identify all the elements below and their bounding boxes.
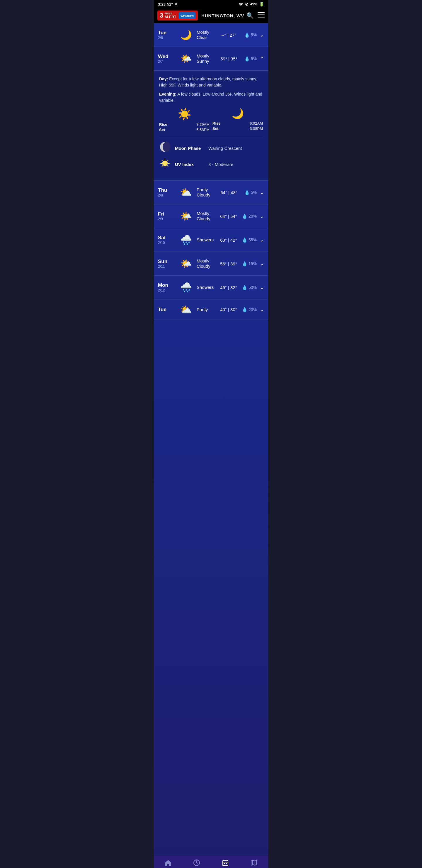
day-name-sun: Sun bbox=[158, 259, 175, 265]
detail-evening-desc: Evening: A few clouds. Low around 35F. W… bbox=[159, 91, 263, 103]
moon-rise-set: Rise 6:02AM Set 3:08PM bbox=[213, 121, 263, 132]
sun-rise-row: Rise 7:29AM bbox=[159, 122, 209, 127]
day-name-tue: Tue bbox=[158, 30, 175, 36]
sun-rise-time: 7:29AM bbox=[196, 122, 209, 127]
day-date-wed: 2/7 bbox=[158, 60, 175, 64]
day-precip-fri: 💧 20% bbox=[242, 214, 257, 219]
day-temps-fri: 64° | 54° bbox=[216, 214, 242, 219]
svg-point-4 bbox=[163, 142, 170, 152]
chevron-sat[interactable]: ⌄ bbox=[260, 237, 264, 243]
logo-alert: ALERT bbox=[164, 15, 176, 19]
day-condition-fri: Mostly Cloudy bbox=[197, 211, 216, 221]
sun-icon: ☀️ bbox=[177, 107, 191, 121]
nav-item-daily[interactable]: Daily bbox=[211, 859, 240, 868]
day-row-sat[interactable]: Sat 2/10 🌧️ Showers 63° | 42° 💧 55% ⌄ bbox=[154, 228, 268, 252]
day-temps-wed: 59° | 35° bbox=[216, 56, 242, 61]
moon-rise-time: 6:02AM bbox=[250, 121, 263, 125]
chevron-tue2[interactable]: ⌄ bbox=[260, 306, 264, 313]
sun-col: ☀️ Rise 7:29AM Set 5:58PM bbox=[159, 107, 209, 133]
search-icon[interactable]: 🔍 bbox=[247, 12, 254, 19]
precip-dot-tue: 💧 bbox=[244, 32, 250, 38]
day-icon-thu: ⛅ bbox=[178, 185, 194, 200]
divider-line bbox=[159, 137, 263, 137]
day-row-fri[interactable]: Fri 2/9 🌤️ Mostly Cloudy 64° | 54° 💧 20%… bbox=[154, 205, 268, 228]
day-icon-sat: 🌧️ bbox=[178, 232, 194, 248]
day-date-fri: 2/9 bbox=[158, 217, 175, 221]
svg-point-5 bbox=[162, 161, 168, 166]
svg-line-12 bbox=[167, 160, 168, 161]
nav-item-home[interactable]: Home bbox=[154, 860, 183, 868]
day-precip-mon: 💧 50% bbox=[242, 285, 257, 290]
day-condition-thu: Partly Cloudy bbox=[197, 187, 216, 198]
logo-weather-box: WEATHER bbox=[179, 12, 195, 19]
status-bar: 3:23 52° ✕ ⊘ 49% 🔋 bbox=[154, 0, 268, 8]
sun-set-time: 5:58PM bbox=[196, 128, 209, 132]
svg-rect-1 bbox=[258, 15, 265, 16]
moon-phase-row: Moon Phase Waning Crescent bbox=[159, 141, 263, 155]
chevron-mon[interactable]: ⌄ bbox=[260, 284, 264, 290]
day-temps-thu: 64° | 48° bbox=[216, 190, 242, 195]
day-row-thu[interactable]: Thu 2/8 ⛅ Partly Cloudy 64° | 48° 💧 5% ⌄ bbox=[154, 181, 268, 205]
weather-content: Tue 2/6 🌙 Mostly Clear --° | 27° 💧 5% ⌄ … bbox=[154, 23, 268, 856]
header-menu[interactable] bbox=[258, 12, 265, 19]
status-left: 3:23 52° ✕ bbox=[158, 2, 177, 6]
day-row-tue[interactable]: Tue 2/6 🌙 Mostly Clear --° | 27° 💧 5% ⌄ bbox=[154, 23, 268, 47]
chevron-wed[interactable]: ⌃ bbox=[260, 55, 264, 62]
uv-row: UV Index 3 - Moderate bbox=[159, 158, 263, 170]
day-precip-wed: 💧 5% bbox=[242, 56, 257, 62]
sun-set-row: Set 5:58PM bbox=[159, 128, 209, 132]
battery-label: 49% bbox=[250, 2, 257, 6]
chevron-sun[interactable]: ⌄ bbox=[260, 260, 264, 267]
detail-panel-wed: Day: Except for a few afternoon clouds, … bbox=[154, 71, 268, 181]
day-precip-thu: 💧 5% bbox=[242, 190, 257, 195]
detail-day-desc: Day: Except for a few afternoon clouds, … bbox=[159, 76, 263, 88]
day-temps-sat: 63° | 42° bbox=[216, 238, 242, 243]
svg-marker-18 bbox=[251, 860, 256, 865]
day-name-fri: Fri bbox=[158, 211, 175, 217]
day-info-tue2: Tue bbox=[158, 307, 175, 313]
day-date-sun: 2/11 bbox=[158, 265, 175, 269]
day-row-wed[interactable]: Wed 2/7 🌤️ Mostly Sunny 59° | 35° 💧 5% ⌃ bbox=[154, 47, 268, 71]
uv-sun-icon bbox=[159, 158, 171, 170]
moon-rise-label: Rise bbox=[213, 121, 220, 125]
day-row-mon[interactable]: Mon 2/12 🌧️ Showers 49° | 32° 💧 50% ⌄ bbox=[154, 276, 268, 300]
chevron-thu[interactable]: ⌄ bbox=[260, 189, 264, 195]
signal-icon: ⊘ bbox=[245, 2, 249, 6]
nav-item-map[interactable]: Map bbox=[240, 859, 268, 868]
day-row-tue2[interactable]: Tue ⛅ Partly 40° | 30° 💧 20% ⌄ bbox=[154, 300, 268, 320]
uv-label: UV Index bbox=[175, 162, 204, 167]
day-icon-fri: 🌤️ bbox=[178, 209, 194, 224]
day-name-tue2: Tue bbox=[158, 307, 175, 313]
svg-rect-15 bbox=[223, 860, 228, 866]
day-icon-sun: 🌤️ bbox=[178, 256, 194, 271]
app-logo: 3 FIRST ALERT WEATHER bbox=[157, 10, 198, 21]
moon-phase-value: Waning Crescent bbox=[208, 146, 242, 151]
day-date-thu: 2/8 bbox=[158, 193, 175, 197]
day-row-sun[interactable]: Sun 2/11 🌤️ Mostly Cloudy 56° | 39° 💧 15… bbox=[154, 252, 268, 276]
chevron-tue[interactable]: ⌄ bbox=[260, 32, 264, 38]
svg-rect-0 bbox=[258, 12, 265, 13]
day-icon-tue: 🌙 bbox=[178, 27, 194, 42]
day-info-wed: Wed 2/7 bbox=[158, 54, 175, 64]
day-info-sun: Sun 2/11 bbox=[158, 259, 175, 269]
menu-icon[interactable] bbox=[258, 12, 265, 19]
day-name-thu: Thu bbox=[158, 187, 175, 193]
moon-rise-row: Rise 6:02AM bbox=[213, 121, 263, 125]
status-temp: 52° bbox=[167, 2, 173, 6]
chevron-fri[interactable]: ⌄ bbox=[260, 213, 264, 219]
day-precip-tue2: 💧 20% bbox=[242, 307, 257, 312]
daily-icon bbox=[222, 859, 229, 868]
day-condition-tue2: Partly bbox=[197, 307, 216, 312]
nav-item-hourly[interactable]: Hourly bbox=[183, 859, 211, 868]
day-precip-tue: 💧 5% bbox=[242, 32, 257, 38]
day-icon-wed: 🌤️ bbox=[178, 51, 194, 66]
day-temps-tue2: 40° | 30° bbox=[216, 307, 242, 312]
hourly-icon bbox=[193, 859, 200, 868]
logo-first: FIRST bbox=[164, 12, 176, 15]
day-precip-sun: 💧 15% bbox=[242, 261, 257, 267]
day-condition-wed: Mostly Sunny bbox=[197, 53, 216, 64]
day-name-wed: Wed bbox=[158, 54, 175, 60]
moon-phase-icon bbox=[159, 141, 171, 155]
day-condition-mon: Showers bbox=[197, 285, 216, 290]
svg-rect-16 bbox=[224, 863, 225, 864]
